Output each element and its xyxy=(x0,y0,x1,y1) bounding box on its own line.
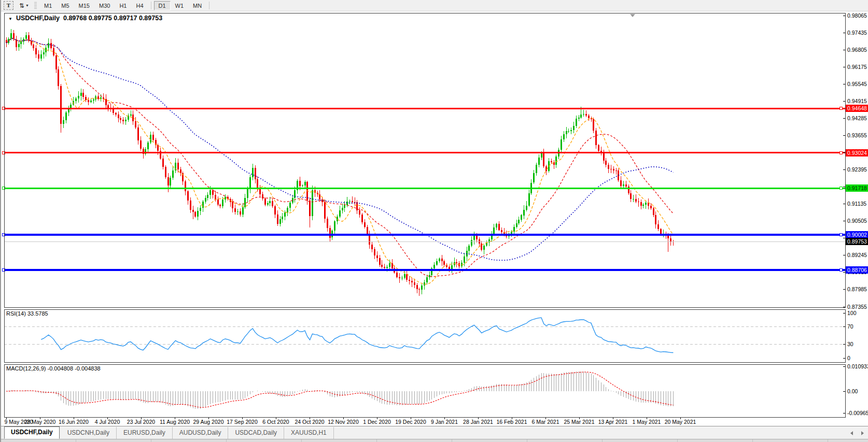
svg-text:24 Oct 2020: 24 Oct 2020 xyxy=(295,419,324,425)
tab-usdchf-daily[interactable]: USDCHF,Daily xyxy=(4,426,60,439)
svg-text:0.92395: 0.92395 xyxy=(847,166,867,173)
svg-text:0.00: 0.00 xyxy=(847,388,858,394)
svg-text:29 Aug 2020: 29 Aug 2020 xyxy=(193,419,224,425)
toolbar-separator xyxy=(151,2,151,9)
svg-text:0.95545: 0.95545 xyxy=(847,81,867,87)
svg-text:-0.009653: -0.009653 xyxy=(847,410,868,416)
svg-text:16 Feb 2021: 16 Feb 2021 xyxy=(497,419,527,425)
svg-text:6 Mar 2021: 6 Mar 2021 xyxy=(531,419,559,425)
svg-text:0.94648: 0.94648 xyxy=(847,105,867,111)
svg-text:30: 30 xyxy=(847,341,853,347)
svg-text:4 Jul 2020: 4 Jul 2020 xyxy=(95,419,120,425)
mt4-window: T ⇅ ▼ M1 M5 M15 M30 H1 H4 D1 W1 MN 0.980… xyxy=(0,0,868,442)
chart-symbol-period: USDCHF,Daily xyxy=(16,15,60,22)
svg-text:11 Aug 2020: 11 Aug 2020 xyxy=(160,419,190,425)
tab-eurusd-daily[interactable]: EURUSD,Daily xyxy=(117,427,173,439)
svg-text:19 Dec 2020: 19 Dec 2020 xyxy=(395,419,426,425)
svg-text:0.97435: 0.97435 xyxy=(847,30,867,36)
svg-text:1 Dec 2020: 1 Dec 2020 xyxy=(363,419,391,425)
svg-text:0.90002: 0.90002 xyxy=(847,232,867,238)
toolbar-grip xyxy=(34,2,37,9)
tab-xauusd-h1[interactable]: XAUUSD,H1 xyxy=(284,427,334,439)
svg-text:0.91135: 0.91135 xyxy=(847,201,866,207)
svg-text:17 Sep 2020: 17 Sep 2020 xyxy=(227,419,258,425)
svg-text:0.88706: 0.88706 xyxy=(847,267,867,273)
status-strip xyxy=(1,439,868,442)
svg-text:0.90505: 0.90505 xyxy=(847,218,867,224)
svg-text:0.94285: 0.94285 xyxy=(847,115,867,121)
svg-text:0.93024: 0.93024 xyxy=(847,150,867,156)
svg-text:25 Mar 2021: 25 Mar 2021 xyxy=(564,419,595,425)
svg-text:28 Jan 2021: 28 Jan 2021 xyxy=(463,419,493,425)
timeframe-m30-button[interactable]: M30 xyxy=(94,1,115,10)
svg-text:28 May 2020: 28 May 2020 xyxy=(24,419,56,425)
svg-text:12 Nov 2020: 12 Nov 2020 xyxy=(328,419,359,425)
svg-text:0.87985: 0.87985 xyxy=(847,286,867,292)
svg-text:0.91718: 0.91718 xyxy=(847,185,867,191)
rsi-line xyxy=(41,318,673,352)
svg-text:0.96805: 0.96805 xyxy=(847,47,867,53)
chart-shift-marker-icon xyxy=(630,14,635,17)
tab-usdcnh-daily[interactable]: USDCNH,Daily xyxy=(61,427,117,439)
timeframe-m5-button[interactable]: M5 xyxy=(57,1,74,10)
svg-text:0.93655: 0.93655 xyxy=(847,132,867,138)
panel-splitter[interactable] xyxy=(1,362,868,364)
macd-indicator-label: MACD(12,26,9) -0.004808 -0.004838 xyxy=(6,365,101,372)
svg-text:100: 100 xyxy=(847,310,857,316)
svg-text:0.98065: 0.98065 xyxy=(847,12,867,19)
timeframe-h4-button[interactable]: H4 xyxy=(131,1,148,10)
timeframe-d1-button[interactable]: D1 xyxy=(154,1,171,10)
panel-splitter[interactable] xyxy=(1,307,868,309)
text-tool-label: T xyxy=(7,2,10,8)
timeframe-m15-button[interactable]: M15 xyxy=(74,1,94,10)
svg-text:6 Oct 2020: 6 Oct 2020 xyxy=(262,419,289,425)
symbol-dropdown-icon[interactable]: ▼ xyxy=(8,17,12,21)
toolbar-separator xyxy=(209,2,209,9)
chevron-down-icon: ▼ xyxy=(25,4,29,7)
svg-text:1 May 2021: 1 May 2021 xyxy=(633,419,661,425)
timeframe-m1-button[interactable]: M1 xyxy=(39,1,57,10)
svg-text:9 Jan 2021: 9 Jan 2021 xyxy=(431,419,458,425)
chart-cycle-button[interactable]: ⇅ ▼ xyxy=(17,1,32,10)
ma-55-line xyxy=(6,38,673,260)
tab-scroll-left-icon[interactable] xyxy=(850,431,853,435)
text-tool-button[interactable]: T xyxy=(4,1,13,10)
svg-text:0.94915: 0.94915 xyxy=(847,98,867,104)
cycle-arrows-icon: ⇅ xyxy=(19,2,24,9)
timeframe-h1-button[interactable]: H1 xyxy=(115,1,131,10)
macd-signal-line xyxy=(6,372,673,407)
chart-ohlc-values: 0.89768 0.89775 0.89717 0.89753 xyxy=(63,15,162,22)
svg-text:0.96175: 0.96175 xyxy=(847,64,867,70)
timeframe-w1-button[interactable]: W1 xyxy=(171,1,189,10)
svg-text:70: 70 xyxy=(847,323,853,330)
chart-title: ▼ USDCHF,Daily 0.89768 0.89775 0.89717 0… xyxy=(8,15,162,22)
timeframe-mn-button[interactable]: MN xyxy=(188,1,206,10)
svg-text:16 Jun 2020: 16 Jun 2020 xyxy=(59,419,89,425)
svg-text:23 Jul 2020: 23 Jul 2020 xyxy=(127,419,155,425)
tab-scroll-right-icon[interactable] xyxy=(861,431,864,435)
rsi-indicator-label: RSI(14) 33.5785 xyxy=(6,310,48,317)
tab-audusd-daily[interactable]: AUDUSD,Daily xyxy=(173,427,229,439)
svg-text:13 Apr 2021: 13 Apr 2021 xyxy=(598,419,628,425)
svg-text:0.89753: 0.89753 xyxy=(847,238,867,245)
tab-usdcad-daily[interactable]: USDCAD,Daily xyxy=(228,427,284,439)
chart-canvas[interactable]: 0.980650.974350.968050.961750.955450.949… xyxy=(1,0,868,442)
svg-text:0.89245: 0.89245 xyxy=(847,252,867,258)
symbol-tab-bar: USDCHF,Daily USDCNH,Daily EURUSD,Daily A… xyxy=(1,426,868,439)
toolbar: T ⇅ ▼ M1 M5 M15 M30 H1 H4 D1 W1 MN xyxy=(1,0,868,11)
svg-text:0: 0 xyxy=(847,355,850,361)
svg-text:20 May 2021: 20 May 2021 xyxy=(665,419,696,425)
